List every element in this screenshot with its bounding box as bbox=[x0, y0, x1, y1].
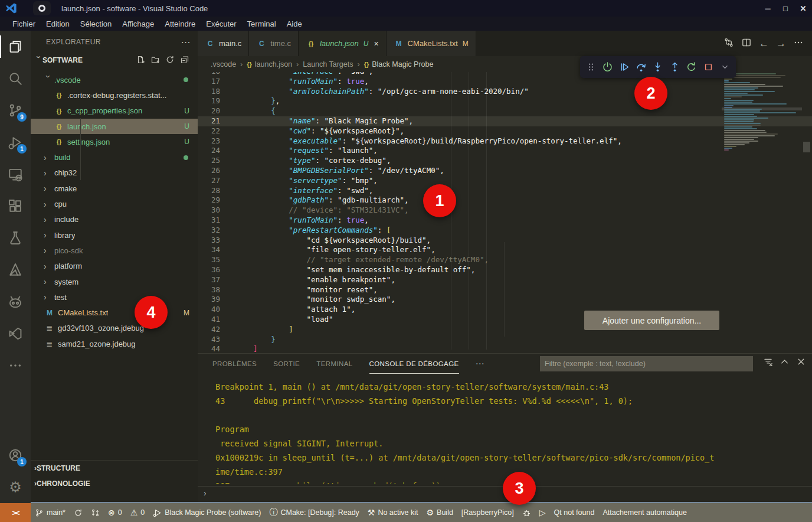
more-icon[interactable] bbox=[0, 350, 31, 381]
account-icon[interactable]: 1 bbox=[0, 439, 31, 471]
status-attachement-automatique[interactable]: Attachement automatique bbox=[598, 503, 690, 522]
vertical-scrollbar-thumb[interactable] bbox=[803, 142, 810, 152]
tab-launch-json[interactable]: {}launch.jsonU× bbox=[299, 31, 387, 56]
source-control-icon[interactable]: 9 bbox=[0, 94, 31, 126]
remote-indicator[interactable]: >< bbox=[0, 503, 31, 522]
open-changes-icon[interactable] bbox=[723, 37, 734, 50]
step-over-icon[interactable] bbox=[634, 59, 648, 76]
panel-more-icon[interactable]: ⋯ bbox=[476, 358, 484, 369]
status-no-active-kit[interactable]: ⚒No active kit bbox=[364, 503, 423, 522]
search-icon[interactable] bbox=[0, 63, 31, 94]
explorer-icon[interactable] bbox=[0, 31, 31, 63]
run-debug-icon[interactable]: 1 bbox=[0, 126, 31, 158]
filter-icon[interactable] bbox=[763, 357, 773, 369]
extensions-icon[interactable] bbox=[0, 190, 31, 222]
minimize-button[interactable]: ─ bbox=[759, 0, 777, 17]
minimap[interactable] bbox=[724, 73, 800, 352]
stop-icon[interactable] bbox=[701, 59, 715, 76]
breadcrumb-item[interactable]: {}launch.json bbox=[247, 60, 292, 68]
status-compare[interactable] bbox=[87, 503, 104, 522]
tab-time-c[interactable]: Ctime.c bbox=[249, 31, 299, 56]
status-sync[interactable] bbox=[70, 503, 87, 522]
status-bug[interactable] bbox=[518, 503, 535, 522]
platformio-icon[interactable] bbox=[0, 286, 31, 318]
tree-item-launch-json[interactable]: {}launch.jsonU bbox=[31, 119, 198, 134]
code-editor[interactable]: 16 "interface": "swd",17 "runToMain": tr… bbox=[198, 72, 812, 353]
step-into-icon[interactable] bbox=[651, 59, 665, 76]
tree-item-samd21-ozone-jdebug[interactable]: ≣samd21_ozone.jdebug bbox=[31, 336, 198, 351]
breadcrumb-item[interactable]: {}Black Magic Probe bbox=[364, 60, 434, 68]
tree-item-test[interactable]: ›test bbox=[31, 289, 198, 305]
cmake-icon[interactable] bbox=[0, 254, 31, 286]
close-tab-icon[interactable]: × bbox=[374, 39, 378, 48]
tree-item-gd32vf103-ozone-jdebug[interactable]: ≣gd32vf103_ozone.jdebug bbox=[31, 321, 198, 336]
power-icon[interactable] bbox=[600, 59, 614, 76]
tree-item-cmakelists-txt[interactable]: MCMakeLists.txtM bbox=[31, 305, 198, 320]
status-main[interactable]: main* bbox=[31, 503, 70, 522]
tree-item-pico-sdk[interactable]: ›pico-sdk bbox=[31, 243, 198, 258]
visual-studio-icon[interactable] bbox=[0, 318, 31, 350]
menu-aide[interactable]: Aide bbox=[281, 17, 307, 31]
status-qt-not-found[interactable]: Qt not found bbox=[550, 503, 599, 522]
remote-explorer-icon[interactable] bbox=[0, 158, 31, 190]
tree-item-include[interactable]: ›include bbox=[31, 212, 198, 227]
tree-item-platform[interactable]: ›platform bbox=[31, 259, 198, 274]
sidebar-more-icon[interactable]: ⋯ bbox=[181, 37, 191, 48]
tree-item--vscode[interactable]: ›.vscode bbox=[31, 72, 198, 87]
menu-affichage[interactable]: Affichage bbox=[117, 17, 159, 31]
status-cmake-debug-ready[interactable]: ⓘCMake: [Debug]: Ready bbox=[265, 503, 363, 522]
menu-atteindre[interactable]: Atteindre bbox=[159, 17, 201, 31]
status-0[interactable]: ⚠0 bbox=[126, 503, 149, 522]
maximize-button[interactable]: □ bbox=[777, 0, 794, 17]
navigate-forward-icon[interactable]: → bbox=[776, 38, 786, 50]
refresh-icon[interactable] bbox=[165, 55, 175, 66]
split-editor-icon[interactable] bbox=[741, 37, 752, 50]
panel-tab-sortie[interactable]: SORTIE bbox=[273, 354, 300, 374]
status-black-magic-probe-software[interactable]: Black Magic Probe (software) bbox=[149, 503, 265, 522]
add-configuration-button[interactable]: Ajouter une configuration... bbox=[584, 311, 719, 330]
status-build[interactable]: ⚙Build bbox=[423, 503, 457, 522]
tab-cmakelists-txt[interactable]: MCMakeLists.txtM bbox=[387, 31, 476, 56]
new-folder-icon[interactable] bbox=[150, 55, 160, 66]
tree-item-system[interactable]: ›system bbox=[31, 274, 198, 289]
step-out-icon[interactable] bbox=[667, 59, 682, 76]
tree-item-chip32[interactable]: ›chip32 bbox=[31, 165, 198, 181]
restart-icon[interactable] bbox=[685, 59, 699, 76]
section-chronologie[interactable]: ›CHRONOLOGIE bbox=[31, 476, 198, 491]
section-structure[interactable]: ›STRUCTURE bbox=[31, 461, 198, 476]
menu-exécuter[interactable]: Exécuter bbox=[201, 17, 241, 31]
more-actions-icon[interactable] bbox=[793, 37, 804, 50]
close-button[interactable]: ✕ bbox=[794, 0, 812, 17]
breadcrumb-item[interactable]: Launch Targets bbox=[303, 60, 353, 68]
tab-main-c[interactable]: Cmain.c bbox=[198, 31, 249, 56]
new-file-icon[interactable] bbox=[136, 55, 145, 66]
panel-tab-console-de-d-bogage[interactable]: CONSOLE DE DÉBOGAGE bbox=[369, 354, 459, 374]
tree-item-build[interactable]: ›build bbox=[31, 149, 198, 165]
navigate-back-icon[interactable]: ← bbox=[759, 38, 769, 50]
status-raspberrypico[interactable]: [RaspberryPico] bbox=[457, 503, 518, 522]
maximize-panel-icon[interactable] bbox=[780, 357, 790, 369]
continue-icon[interactable] bbox=[617, 59, 631, 76]
debug-console-filter-input[interactable] bbox=[540, 356, 753, 371]
tree-item-cpu[interactable]: ›cpu bbox=[31, 196, 198, 211]
breadcrumb-item[interactable]: .vscode bbox=[211, 60, 236, 68]
status-play-glyph[interactable]: ▷ bbox=[535, 503, 550, 522]
settings-gear-icon[interactable]: ⚙ bbox=[0, 471, 31, 503]
test-beaker-icon[interactable] bbox=[0, 222, 31, 254]
menu-terminal[interactable]: Terminal bbox=[242, 17, 281, 31]
close-panel-icon[interactable] bbox=[796, 357, 806, 369]
tree-item--cortex-debug-registers-stat-[interactable]: {}.cortex-debug.registers.stat... bbox=[31, 87, 198, 103]
chevron-down-icon[interactable] bbox=[718, 59, 732, 76]
section-software[interactable]: › SOFTWARE bbox=[31, 53, 198, 67]
tree-item-c-cpp-properties-json[interactable]: {}c_cpp_properties.jsonU bbox=[31, 103, 198, 119]
menu-sélection[interactable]: Sélection bbox=[75, 17, 117, 31]
collapse-all-icon[interactable] bbox=[180, 55, 189, 66]
tree-item-cmake[interactable]: ›cmake bbox=[31, 181, 198, 196]
panel-tab-terminal[interactable]: TERMINAL bbox=[316, 354, 352, 374]
tree-item-settings-json[interactable]: {}settings.jsonU bbox=[31, 134, 198, 149]
panel-tab-probl-mes[interactable]: PROBLÈMES bbox=[212, 354, 257, 374]
menu-fichier[interactable]: Fichier bbox=[7, 17, 41, 31]
status-0[interactable]: ⊗0 bbox=[104, 503, 126, 522]
tree-item-library[interactable]: ›library bbox=[31, 227, 198, 243]
menu-edition[interactable]: Edition bbox=[41, 17, 75, 31]
